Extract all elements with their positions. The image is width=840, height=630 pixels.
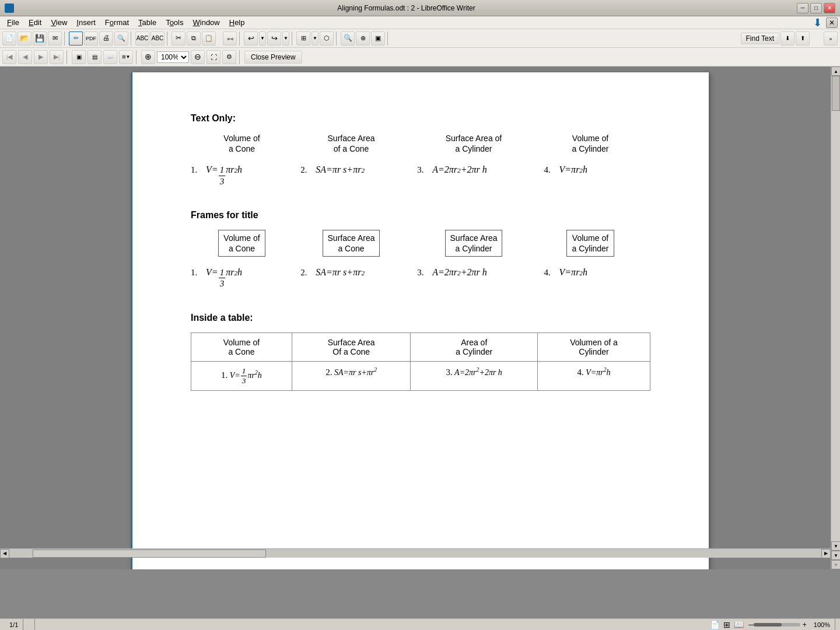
- next-page-button[interactable]: ▶: [34, 50, 48, 64]
- status-bar: 1/1 📄 ⊞ 📖 ─ + 100%: [0, 618, 840, 630]
- sidebar-button[interactable]: ▣: [371, 32, 385, 46]
- zoom-bar-fill: [754, 623, 782, 626]
- pdf-button[interactable]: PDF: [84, 32, 98, 46]
- table-formula-row: 1. V=13πr2h 2. SA=πr s+πr2 3. A=2πr2+2πr…: [191, 361, 650, 390]
- close-preview-button[interactable]: Close Preview: [244, 51, 302, 64]
- print-preview-button[interactable]: 🔍: [114, 32, 128, 46]
- find-next-button[interactable]: ⬇: [780, 32, 794, 46]
- drawing-button[interactable]: ⬡: [320, 32, 334, 46]
- find-text-button[interactable]: Find Text: [741, 33, 779, 44]
- s1-col2-title: Surface Area of a Cone: [293, 133, 410, 154]
- zoom-bar: [754, 623, 800, 626]
- view-book-icon[interactable]: 📖: [734, 620, 744, 629]
- section3-title: Inside a table:: [191, 313, 650, 323]
- s1-f2: SA=πr s+πr2: [316, 164, 417, 175]
- table-dropdown[interactable]: ▼: [312, 32, 318, 46]
- s2-num2: 2.: [300, 268, 316, 278]
- zoom-select[interactable]: 100% 75% 50% 150%: [157, 51, 189, 63]
- spellcheck2-button[interactable]: ABC: [150, 32, 164, 46]
- options-button[interactable]: ⚙: [222, 50, 236, 64]
- redo-button[interactable]: ↪: [267, 32, 281, 46]
- separator10: [239, 50, 242, 64]
- scroll-left-arrow[interactable]: ◀: [0, 549, 9, 558]
- next-page2-button[interactable]: ▶|: [50, 50, 64, 64]
- scroll-down-arrow2[interactable]: ▼: [831, 551, 840, 560]
- section1-title: Text Only:: [191, 113, 650, 124]
- section2-title-row: Volume of a Cone Surface Area a Cone Sur…: [191, 230, 650, 257]
- table-header-col4: Volumen of a Cylinder: [537, 332, 650, 361]
- zoom-out-preview[interactable]: ⊖: [191, 50, 205, 64]
- close-document-button[interactable]: ✕: [826, 18, 838, 28]
- print-button[interactable]: 🖨: [99, 32, 113, 46]
- zoom-in-preview[interactable]: ⊕: [141, 50, 155, 64]
- menu-tools[interactable]: Tools: [161, 17, 188, 28]
- view-normal-icon[interactable]: 📄: [710, 620, 720, 629]
- navigator-button[interactable]: ⊕: [356, 32, 370, 46]
- s2-num4: 4.: [544, 268, 559, 278]
- spellcheck-button[interactable]: ABC: [135, 32, 149, 46]
- scroll-down-arrow1[interactable]: ▼: [831, 541, 840, 551]
- libreoffice-update-icon[interactable]: ⬇: [810, 16, 824, 30]
- prev-page2-button[interactable]: ◀: [18, 50, 32, 64]
- s2-num3: 3.: [417, 268, 432, 278]
- vertical-scrollbar[interactable]: ▲ ▼ ▼ ▼: [831, 66, 840, 569]
- edit-mode-button[interactable]: ✏: [69, 32, 83, 46]
- email-button[interactable]: ✉: [48, 32, 62, 46]
- save-button[interactable]: 💾: [33, 32, 47, 46]
- maximize-button[interactable]: □: [810, 3, 822, 13]
- menu-view[interactable]: View: [46, 17, 72, 28]
- menu-file[interactable]: File: [2, 17, 24, 28]
- book-view-button[interactable]: 📖: [103, 50, 117, 64]
- menu-format[interactable]: Format: [100, 17, 134, 28]
- app-icon: [5, 4, 14, 13]
- separator3: [167, 32, 169, 46]
- table-f2: 2. SA=πr s+πr2: [292, 361, 411, 390]
- find-replace-button[interactable]: 🔍: [341, 32, 355, 46]
- table-header-row: Volume of a Cone Surface Area Of a Cone …: [191, 332, 650, 361]
- undo-dropdown[interactable]: ▼: [259, 32, 266, 46]
- minimize-button[interactable]: ─: [797, 3, 808, 13]
- table-header-col1: Volume of a Cone: [191, 332, 292, 361]
- scroll-right-arrow[interactable]: ▶: [821, 549, 831, 558]
- cut-button[interactable]: ✂: [172, 32, 186, 46]
- hscroll-thumb[interactable]: [33, 550, 266, 558]
- find-prev-button[interactable]: ⬆: [796, 32, 810, 46]
- page-count: 1/1: [5, 619, 23, 630]
- zoom-increase-button[interactable]: +: [803, 621, 807, 629]
- separator7: [387, 32, 390, 46]
- menu-edit[interactable]: Edit: [24, 17, 46, 28]
- scroll-up-arrow[interactable]: ▲: [831, 66, 840, 76]
- full-screen-preview[interactable]: ⛶: [206, 50, 220, 64]
- two-page-button[interactable]: ▤: [88, 50, 102, 64]
- menu-table[interactable]: Table: [134, 17, 161, 28]
- paste-button[interactable]: 📋: [202, 32, 216, 46]
- menu-bar: File Edit View Insert Format Table Tools…: [0, 16, 840, 29]
- undo-button[interactable]: ↩: [244, 32, 258, 46]
- status-info: [23, 619, 35, 630]
- scroll-bottom-arrow[interactable]: ▼: [831, 560, 840, 569]
- open-button[interactable]: 📂: [18, 32, 32, 46]
- more-button[interactable]: »: [824, 32, 838, 46]
- menu-insert[interactable]: Insert: [72, 17, 100, 28]
- menu-help[interactable]: Help: [225, 17, 250, 28]
- horizontal-scrollbar[interactable]: ◀ ▶: [0, 548, 831, 558]
- redo-dropdown[interactable]: ▼: [282, 32, 289, 46]
- section1-formulas: 1. V=13πr2h 2. SA=πr s+πr2 3. A=2πr2+2πr…: [191, 164, 650, 186]
- new-button[interactable]: 📄: [2, 32, 16, 46]
- view-grid-icon[interactable]: ⊞: [723, 620, 730, 629]
- copy-button[interactable]: ⧉: [187, 32, 201, 46]
- table-insert-button[interactable]: ⊞: [296, 32, 310, 46]
- page-container: Text Only: Volume of a Cone Surface Area…: [0, 66, 840, 569]
- menu-window[interactable]: Window: [188, 17, 224, 28]
- scroll-thumb[interactable]: [832, 76, 840, 111]
- prev-page-button[interactable]: |◀: [2, 50, 16, 64]
- section2-title: Frames for title: [191, 210, 650, 220]
- separator1: [64, 32, 66, 46]
- page-layout-dropdown[interactable]: ⊞▼: [119, 50, 133, 64]
- one-page-button[interactable]: ▣: [72, 50, 86, 64]
- zoom-decrease-button[interactable]: ─: [748, 621, 754, 629]
- clone-button[interactable]: ⧟: [223, 32, 237, 46]
- close-button[interactable]: ✕: [824, 3, 835, 13]
- section2-formulas: 1. V=13πr2h 2. SA=πr s+πr2 3. A=2πr2+2πr…: [191, 267, 650, 289]
- s1-col1-title: Volume of a Cone: [191, 133, 293, 154]
